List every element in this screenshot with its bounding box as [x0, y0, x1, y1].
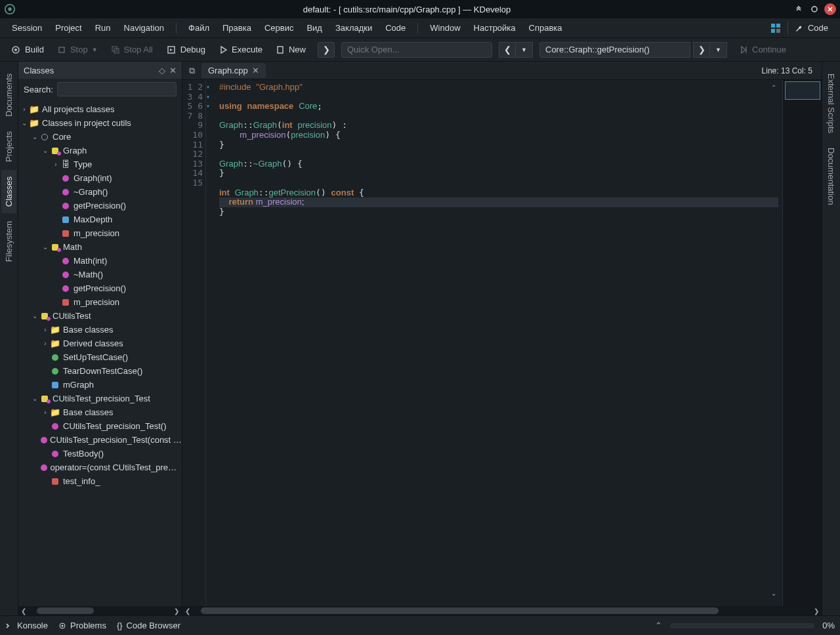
- svg-point-15: [61, 625, 63, 626]
- minimap[interactable]: [782, 80, 822, 606]
- menu-run[interactable]: Run: [89, 20, 117, 35]
- menubar: Session Project Run Navigation Файл Прав…: [0, 18, 840, 38]
- line-gutter: 1 2 3 4 5 6 7 8 9 10 11 12 13 14 15: [182, 80, 206, 606]
- method-icon: [62, 272, 69, 278]
- search-row: Search:: [18, 79, 182, 100]
- struct-icon: 🗄: [60, 159, 71, 170]
- menu-separator: [176, 23, 177, 33]
- code-perspective-toggle[interactable]: Code: [788, 22, 835, 34]
- folder-icon: 📁: [50, 325, 60, 335]
- chevron-up-icon[interactable]: ⌃: [655, 621, 662, 630]
- stop-all-icon: [111, 45, 120, 54]
- code-view[interactable]: #include "Graph.hpp" using namespace Cor…: [215, 80, 782, 606]
- menu-bookmarks[interactable]: Закладки: [329, 20, 379, 35]
- class-icon: [52, 244, 58, 251]
- progress-percent: 0%: [822, 621, 835, 630]
- status-konsole[interactable]: Konsole: [5, 621, 48, 630]
- stop-all-button[interactable]: Stop All: [106, 42, 158, 57]
- svg-rect-9: [59, 47, 64, 52]
- menu-navigation[interactable]: Navigation: [117, 20, 171, 35]
- rail-documents[interactable]: Documents: [1, 67, 16, 123]
- svg-rect-5: [771, 29, 775, 33]
- menu-service[interactable]: Сервис: [258, 20, 301, 35]
- panel-pin-icon[interactable]: ◇: [159, 66, 165, 75]
- symbol-input[interactable]: [539, 42, 690, 58]
- nav-forward-button[interactable]: ❯: [693, 42, 710, 58]
- rail-documentation[interactable]: Documentation: [824, 141, 839, 211]
- panel-close-icon[interactable]: ✕: [169, 66, 177, 75]
- fold-gutter[interactable]: ▾ ▾ ▾: [206, 80, 215, 606]
- continue-button[interactable]: Continue: [734, 42, 791, 57]
- menu-project[interactable]: Project: [49, 20, 88, 35]
- build-button[interactable]: Build: [5, 42, 49, 58]
- chevron-down-icon: ▼: [92, 47, 98, 53]
- folder-icon: 📁: [29, 118, 39, 129]
- field-icon: [62, 299, 69, 306]
- nav-back-button[interactable]: ❮: [499, 42, 516, 58]
- layout-icon[interactable]: [770, 23, 781, 33]
- menu-session[interactable]: Session: [5, 20, 49, 35]
- method-icon: [62, 285, 69, 292]
- field-icon: [62, 216, 69, 223]
- rail-classes[interactable]: Classes: [1, 170, 16, 213]
- tab-close-icon[interactable]: ✕: [252, 66, 259, 75]
- svg-rect-3: [771, 24, 775, 28]
- classes-tree[interactable]: ›📁All projects classes ⌄📁Classes in proj…: [18, 100, 182, 606]
- method-icon: [62, 175, 69, 182]
- execute-button[interactable]: Execute: [213, 42, 268, 57]
- folder-icon: 📁: [50, 338, 60, 349]
- menu-file[interactable]: Файл: [182, 20, 216, 35]
- menu-settings[interactable]: Настройка: [467, 20, 522, 35]
- braces-icon: {}: [117, 621, 123, 630]
- app-logo-icon: [4, 3, 16, 15]
- search-label: Search:: [24, 85, 53, 94]
- wrench-icon: [795, 24, 804, 33]
- method-icon: [62, 203, 69, 209]
- tab-graph-cpp[interactable]: Graph.cpp ✕: [201, 63, 266, 78]
- continue-icon: [739, 45, 748, 54]
- method-icon: [52, 451, 58, 457]
- nav-forward-dropdown[interactable]: ▼: [710, 42, 727, 58]
- class-icon: [41, 313, 48, 319]
- left-rail: Documents Projects Classes Filesystem: [0, 62, 18, 615]
- nav-forward-split[interactable]: ❯: [318, 42, 335, 58]
- menu-code[interactable]: Code: [379, 20, 412, 35]
- new-button[interactable]: New: [270, 42, 311, 57]
- menu-separator: [417, 23, 418, 33]
- rail-external-scripts[interactable]: External Scripts: [824, 67, 839, 140]
- debug-button[interactable]: Debug: [161, 42, 211, 58]
- terminal-icon: [5, 622, 13, 630]
- method-icon: [41, 464, 47, 471]
- maximize-button[interactable]: [808, 3, 820, 15]
- close-button[interactable]: [824, 3, 836, 15]
- svg-rect-13: [278, 47, 283, 53]
- rail-projects[interactable]: Projects: [1, 125, 16, 169]
- minimize-button[interactable]: [793, 3, 805, 15]
- method-icon: [52, 423, 58, 430]
- rail-filesystem[interactable]: Filesystem: [1, 215, 16, 268]
- statusbar: Konsole Problems {} Code Browser ⌃ 0%: [0, 615, 840, 635]
- editor-hscroll[interactable]: ❮❯: [182, 606, 822, 615]
- editor-body[interactable]: 1 2 3 4 5 6 7 8 9 10 11 12 13 14 15 ▾ ▾ …: [182, 80, 822, 606]
- play-icon: [219, 45, 228, 54]
- menu-window[interactable]: Window: [423, 20, 467, 35]
- editor-vscroll[interactable]: ⌃⌄: [769, 83, 778, 598]
- nav-back-dropdown[interactable]: ▼: [516, 42, 533, 58]
- method-icon: [52, 368, 58, 375]
- stop-button[interactable]: Stop ▼: [52, 42, 103, 57]
- status-problems[interactable]: Problems: [58, 621, 106, 630]
- menu-help[interactable]: Справка: [522, 20, 569, 35]
- status-code-browser[interactable]: {} Code Browser: [117, 621, 180, 630]
- menu-edit[interactable]: Правка: [216, 20, 258, 35]
- method-icon: [52, 354, 58, 361]
- search-input[interactable]: [57, 82, 177, 96]
- quick-open-input[interactable]: [341, 42, 492, 58]
- panel-title: Classes: [24, 66, 159, 75]
- field-icon: [52, 478, 58, 485]
- tab-split-icon[interactable]: ⧉: [185, 66, 199, 76]
- class-icon: [52, 148, 58, 154]
- classes-panel: Classes ◇ ✕ Search: ›📁All projects class…: [18, 62, 182, 615]
- menu-view[interactable]: Вид: [300, 20, 329, 35]
- tree-hscroll[interactable]: ❮❯: [18, 606, 182, 615]
- cursor-position: Line: 13 Col: 5: [755, 66, 819, 75]
